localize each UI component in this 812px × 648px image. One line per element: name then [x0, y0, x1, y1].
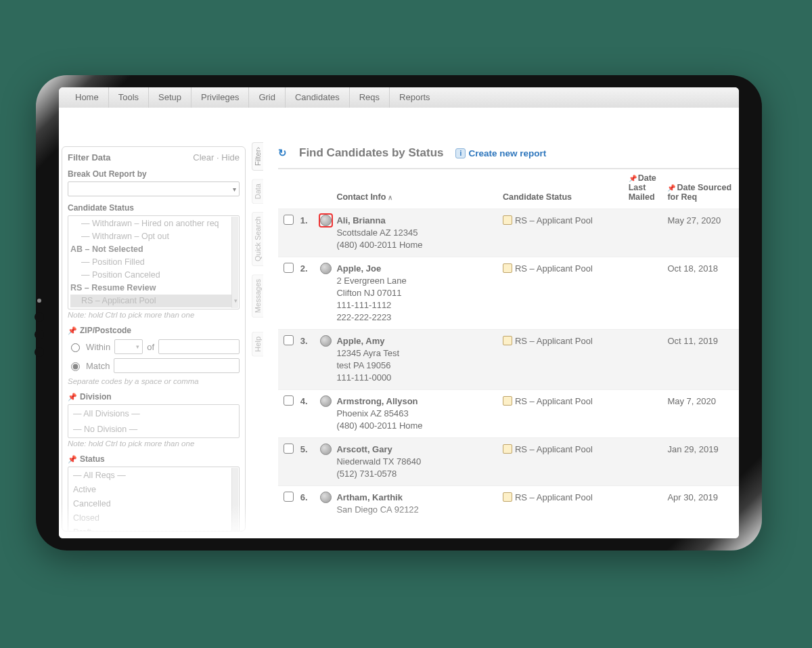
ctrl-note-2: Note: hold Ctrl to pick more than one: [68, 439, 240, 448]
row-actions[interactable]: [320, 447, 332, 457]
candidate-status-list[interactable]: — Withdrawn – Hired on another req— With…: [68, 215, 240, 309]
status-option[interactable]: — Position Canceled: [70, 269, 237, 282]
row-mailed: [623, 257, 662, 330]
filter-title: Filter Data: [68, 152, 111, 163]
division-option[interactable]: — No Division —: [70, 422, 237, 437]
status-icon: [503, 215, 512, 225]
match-radio[interactable]: [71, 362, 80, 371]
side-tab-messages[interactable]: Messages: [252, 274, 263, 318]
candidate-detail: Niederwald TX 78640: [336, 456, 421, 467]
status-option[interactable]: AB – Not Selected: [70, 243, 237, 256]
candidate-detail: test PA 19056: [336, 360, 390, 370]
row-sourced: Jan 29, 2019: [662, 438, 739, 486]
pin-icon: 📌: [667, 184, 675, 192]
col-mailed[interactable]: 📌Date Last Mailed: [623, 169, 662, 209]
row-actions[interactable]: [320, 339, 332, 349]
candidate-detail: 2 Evergreen Lane: [336, 276, 406, 286]
side-tab-filter-[interactable]: Filter›: [252, 142, 263, 171]
candidate-detail: 222-222-2223: [336, 312, 391, 322]
row-mailed: [623, 209, 662, 257]
candidate-name[interactable]: Apple, Joe: [336, 263, 381, 274]
row-checkbox[interactable]: [284, 215, 294, 225]
row-checkbox[interactable]: [284, 444, 294, 454]
row-number: 1.: [295, 209, 315, 257]
col-contact[interactable]: Contact Info: [331, 169, 497, 209]
candidate-detail: 111-111-0000: [336, 372, 391, 383]
candidate-detail: Scottsdale AZ 12345: [336, 228, 418, 238]
menu-reports[interactable]: Reports: [390, 87, 440, 108]
menu-candidates[interactable]: Candidates: [286, 87, 350, 108]
ctrl-note: Note: hold Ctrl to pick more than one: [68, 311, 240, 319]
row-number: 6.: [295, 486, 315, 522]
menu-home[interactable]: Home: [66, 87, 109, 108]
side-tabs: Filter›DataQuick SearchMessagesHelp: [250, 108, 265, 538]
filter-hide-link[interactable]: Hide: [221, 152, 240, 163]
pin-icon: 📌: [68, 393, 77, 401]
row-actions[interactable]: [320, 266, 332, 276]
filter-clear-link[interactable]: Clear: [193, 152, 214, 163]
status-option[interactable]: — Withdrawn – Opt out: [70, 230, 237, 243]
menu-privileges[interactable]: Privileges: [191, 87, 249, 108]
division-list[interactable]: — All Divisions —— No Division —: [68, 404, 240, 438]
row-checkbox[interactable]: [284, 263, 294, 273]
division-option[interactable]: — All Divisions —: [70, 406, 237, 422]
status-option[interactable]: RS – Applicant Pool: [70, 295, 237, 307]
candidate-name[interactable]: Arscott, Gary: [336, 444, 392, 454]
candidate-detail: Phoenix AZ 85463: [336, 408, 408, 418]
candidate-status-label: Candidate Status: [68, 203, 240, 213]
gear-icon: [320, 215, 332, 226]
filter-panel: Filter Data Clear · Hide Break Out Repor…: [62, 146, 246, 532]
side-tab-data[interactable]: Data: [252, 179, 263, 204]
row-actions[interactable]: [320, 399, 332, 409]
status-icon: [503, 492, 512, 502]
row-status: RS – Applicant Pool: [515, 336, 593, 346]
menu-reqs[interactable]: Reqs: [350, 87, 390, 108]
match-input[interactable]: [114, 358, 240, 373]
col-status[interactable]: Candidate Status: [497, 169, 623, 209]
candidate-detail: San Diego CA 92122: [336, 504, 418, 515]
row-status: RS – Applicant Pool: [515, 263, 593, 274]
within-radio[interactable]: [71, 343, 80, 352]
col-sourced[interactable]: 📌Date Sourced for Req: [662, 169, 739, 209]
row-actions[interactable]: [320, 215, 332, 226]
within-select[interactable]: [114, 339, 143, 354]
menu-grid[interactable]: Grid: [249, 87, 286, 108]
row-checkbox[interactable]: [284, 492, 294, 502]
reqstatus-option[interactable]: Draft: [70, 525, 237, 532]
breakout-select[interactable]: [68, 181, 240, 196]
menu-setup[interactable]: Setup: [149, 87, 191, 108]
gear-icon: [320, 335, 332, 347]
reqstatus-option[interactable]: — All Reqs —: [70, 469, 237, 483]
row-checkbox[interactable]: [284, 335, 294, 345]
table-row: 5.Arscott, GaryNiederwald TX 78640(512) …: [278, 438, 739, 486]
candidate-name[interactable]: Artham, Karthik: [336, 492, 403, 502]
row-actions[interactable]: [320, 495, 332, 505]
pin-icon: 📌: [629, 175, 637, 182]
within-input[interactable]: [158, 339, 240, 354]
table-row: 1.Ali, BriannaScottsdale AZ 12345(480) 4…: [278, 209, 739, 257]
create-report-link[interactable]: i Create new report: [455, 148, 546, 158]
reqstatus-option[interactable]: Cancelled: [70, 497, 237, 511]
candidate-detail: 12345 Ayra Test: [336, 348, 399, 358]
candidate-detail: Clifton NJ 07011: [336, 288, 401, 298]
row-checkbox[interactable]: [284, 395, 294, 406]
results-table: Contact Info Candidate Status 📌Date Last…: [278, 169, 739, 521]
row-sourced: Oct 11, 2019: [662, 330, 739, 390]
side-tab-help[interactable]: Help: [252, 332, 263, 357]
candidate-name[interactable]: Ali, Brianna: [336, 215, 385, 225]
scrollbar[interactable]: [231, 468, 238, 532]
status-option[interactable]: — Position Filled: [70, 256, 237, 269]
refresh-icon[interactable]: ↻: [278, 147, 287, 159]
candidate-name[interactable]: Armstrong, Allyson: [336, 396, 418, 406]
gear-icon: [320, 263, 332, 274]
status-option[interactable]: — Withdrawn – Hired on another req: [70, 217, 237, 230]
menu-tools[interactable]: Tools: [109, 87, 149, 108]
report-icon: i: [455, 148, 466, 158]
candidate-name[interactable]: Apple, Amy: [336, 336, 384, 346]
reqstatus-option[interactable]: Active: [70, 483, 237, 497]
reqstatus-option[interactable]: Closed: [70, 511, 237, 525]
status-option[interactable]: RS – Resume Review: [70, 282, 237, 295]
status-list[interactable]: — All Reqs —ActiveCancelledClosedDraft: [68, 467, 240, 532]
side-tab-quick-search[interactable]: Quick Search: [252, 212, 263, 266]
candidate-detail: 111-111-1112: [336, 300, 391, 310]
